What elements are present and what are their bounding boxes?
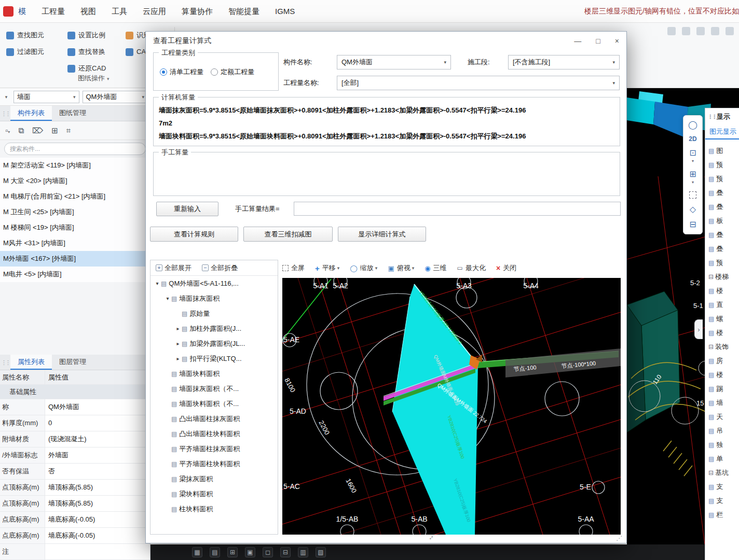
- display-tree-item[interactable]: ▤图: [705, 144, 739, 158]
- chevron-down-icon[interactable]: ▾: [2, 94, 10, 100]
- ribbon-icon[interactable]: [696, 27, 705, 35]
- menu-item-quantity[interactable]: 工程量: [34, 0, 73, 23]
- calc-formula-text[interactable]: 墙面抹灰面积=5.9*3.8515<原始墙面抹灰面积>+0.8091<加柱外露面…: [159, 104, 612, 143]
- display-tree-item[interactable]: ▤支: [705, 480, 739, 494]
- display-tree-item[interactable]: ▤预: [705, 256, 739, 270]
- property-value[interactable]: QM外墙面: [45, 399, 150, 415]
- close-view-button[interactable]: ×关闭: [496, 263, 516, 273]
- tree-item[interactable]: ▤柱块料面积: [150, 501, 278, 516]
- restore-cad-button[interactable]: 还原CAD: [67, 62, 106, 75]
- storey-copy-icon[interactable]: ⌗: [66, 126, 71, 135]
- tree-item[interactable]: ▤墙面块料面积（不...: [150, 396, 278, 411]
- property-value[interactable]: 否: [45, 464, 150, 479]
- display-tree-item[interactable]: ▤预: [705, 172, 739, 186]
- expander-icon[interactable]: ▸: [174, 326, 182, 331]
- collapse-box-icon[interactable]: ⊟: [708, 469, 714, 477]
- tree-item[interactable]: ▤平齐墙面柱块料面积: [150, 456, 278, 471]
- collapse-box-icon[interactable]: ⊟: [708, 343, 714, 351]
- filter-element-button[interactable]: 过滤图元: [6, 46, 44, 58]
- display-tree-item[interactable]: ▤楼: [705, 326, 739, 340]
- display-tree-item[interactable]: ▤直: [705, 298, 739, 312]
- section-box-icon[interactable]: ⊞: [689, 170, 696, 178]
- menu-item-collaboration[interactable]: 算量协作: [174, 0, 221, 23]
- property-value[interactable]: 外墙面: [45, 447, 150, 463]
- drawing-operations-group[interactable]: 图纸操作▾: [78, 74, 110, 83]
- component-item[interactable]: M电井 <5> [内墙面]: [0, 267, 150, 282]
- zoom-select-icon[interactable]: [689, 191, 696, 199]
- tree-item[interactable]: ▾▤墙面抹灰面积: [150, 291, 278, 306]
- display-tree-item[interactable]: ▤吊: [705, 424, 739, 438]
- view-tool-icon[interactable]: ⊟: [280, 547, 291, 557]
- view-tool-icon[interactable]: ▤: [210, 547, 220, 557]
- property-value[interactable]: 0: [45, 415, 150, 431]
- tab-element-display[interactable]: 图元显示: [705, 125, 739, 139]
- component-item[interactable]: M 大堂 <20> [内墙面]: [0, 173, 150, 189]
- component-item[interactable]: M风井 <31> [内墙面]: [0, 235, 150, 251]
- chevron-down-icon[interactable]: ▾: [692, 159, 694, 163]
- tree-item[interactable]: ▤原始量: [150, 306, 278, 321]
- construction-section-select[interactable]: [不含施工段] ▾: [508, 55, 620, 69]
- manual-result-input[interactable]: [294, 202, 621, 216]
- top-view-button[interactable]: ▣俯视▾: [388, 263, 414, 273]
- tree-item[interactable]: ▤墙面抹灰面积（不...: [150, 381, 278, 396]
- menu-item-modeling[interactable]: 模: [17, 0, 34, 23]
- display-tree-item[interactable]: ▤叠: [705, 228, 739, 242]
- collapse-all-button[interactable]: −全部折叠: [202, 263, 238, 273]
- display-tree-item[interactable]: ▤叠: [705, 200, 739, 214]
- minimize-button[interactable]: —: [574, 37, 581, 45]
- expander-icon[interactable]: ▸: [174, 341, 182, 346]
- 3d-view-button[interactable]: ◉三维: [425, 263, 446, 273]
- property-value[interactable]: (现浇混凝土): [45, 431, 150, 447]
- local-3d-view-icon[interactable]: ⊡: [689, 149, 696, 157]
- tree-item[interactable]: ▤平齐墙面柱抹灰面积: [150, 441, 278, 456]
- ribbon-icon[interactable]: [682, 27, 690, 35]
- tab-property-list[interactable]: 属性列表: [10, 355, 52, 370]
- ribbon-icon[interactable]: [726, 27, 734, 35]
- property-value[interactable]: 墙底标高(-0.05): [45, 512, 150, 527]
- display-tree-item[interactable]: ▤栏: [705, 508, 739, 522]
- property-value[interactable]: 墙底标高(-0.05): [45, 528, 150, 543]
- set-scale-button[interactable]: 设置比例: [67, 29, 106, 41]
- tree-item[interactable]: ▾▤QM外墙面<5-A1-116,...: [150, 276, 278, 291]
- display-tree-item[interactable]: ▤单: [705, 452, 739, 466]
- tree-item[interactable]: ▸▤加梁外露面积(JL...: [150, 336, 278, 351]
- expander-icon[interactable]: ▾: [164, 296, 171, 301]
- collapse-box-icon[interactable]: ⊟: [708, 273, 714, 281]
- tab-drawing-management[interactable]: 图纸管理: [52, 106, 93, 121]
- component-item[interactable]: M 架空活动室 <119> [内墙面]: [0, 158, 150, 173]
- menu-item-tools[interactable]: 工具: [104, 0, 135, 23]
- tab-component-list[interactable]: 构件列表: [10, 106, 52, 121]
- view-tool-icon[interactable]: ▥: [298, 547, 308, 557]
- reinput-button[interactable]: 重新输入: [156, 202, 218, 216]
- display-tree-group[interactable]: ⊟装饰: [705, 340, 739, 354]
- display-tree-item[interactable]: ▤楼: [705, 368, 739, 382]
- zoom-button[interactable]: ◯缩放▾: [350, 263, 377, 273]
- tree-item[interactable]: ▸▤扣平行梁(KLTQ...: [150, 351, 278, 366]
- copy-component-icon[interactable]: ⧉: [18, 126, 24, 135]
- tree-item[interactable]: ▤凸出墙面柱抹灰面积: [150, 411, 278, 426]
- display-tree-item[interactable]: ▤楼: [705, 284, 739, 298]
- display-tree-item[interactable]: ▤房: [705, 354, 739, 368]
- expand-all-button[interactable]: +全部展开: [156, 263, 191, 273]
- property-section-row[interactable]: 基础属性: [0, 385, 150, 399]
- view-calc-rules-button[interactable]: 查看计算规则: [150, 227, 238, 242]
- fullscreen-button[interactable]: 全屏: [282, 263, 305, 273]
- display-tree-item[interactable]: ▤预: [705, 158, 739, 172]
- display-tree-item[interactable]: ▤天: [705, 410, 739, 424]
- display-tree-item[interactable]: ▤板: [705, 214, 739, 228]
- duplicate-component-icon[interactable]: ⊞: [51, 126, 58, 135]
- orbit-view-icon[interactable]: ◯: [688, 121, 697, 129]
- display-tree-group[interactable]: ⊟楼梯: [705, 270, 739, 284]
- new-component-icon[interactable]: ▫▾: [5, 126, 10, 135]
- isometric-view-icon[interactable]: ◇: [690, 205, 696, 214]
- menu-item-igms[interactable]: IGMS: [267, 0, 303, 23]
- expander-icon[interactable]: ▾: [154, 281, 161, 286]
- display-tree-item[interactable]: ▤墙: [705, 396, 739, 410]
- resize-grip-icon[interactable]: ⋰: [616, 535, 622, 542]
- dialog-titlebar[interactable]: 查看工程量计算式 — □ ×: [146, 32, 626, 50]
- display-tree-item[interactable]: ▤螺: [705, 312, 739, 326]
- component-select[interactable]: QM外墙面 ▾: [83, 91, 148, 103]
- chevron-down-icon[interactable]: ▾: [692, 180, 694, 185]
- component-item[interactable]: M 楼梯间 <19> [内墙面]: [0, 220, 150, 235]
- tree-item[interactable]: ▤梁块料面积: [150, 486, 278, 501]
